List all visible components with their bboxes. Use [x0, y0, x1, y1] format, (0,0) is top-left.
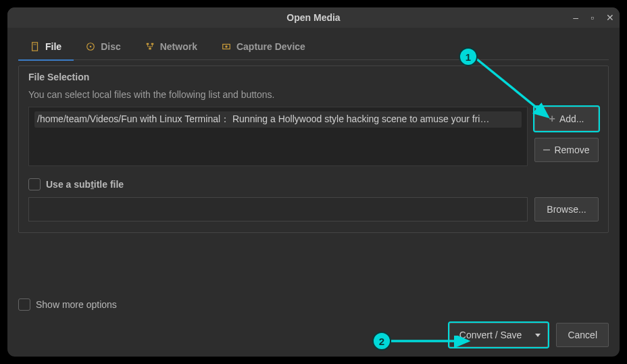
- dialog-footer: Show more options Convert / Save Cancel: [18, 298, 609, 347]
- annotation-badge-2: 2: [372, 332, 391, 350]
- more-options-label: Show more options: [36, 299, 117, 310]
- cancel-button-label: Cancel: [568, 330, 597, 340]
- dialog-content: File Disc Network Capture Device: [7, 33, 620, 242]
- open-media-dialog: Open Media – ▫ ✕ File Disc: [5, 5, 622, 359]
- svg-point-8: [225, 45, 228, 48]
- window-controls: – ▫ ✕: [573, 7, 614, 28]
- remove-button[interactable]: Remove: [534, 138, 599, 162]
- close-icon[interactable]: ✕: [606, 12, 614, 23]
- svg-point-3: [90, 45, 92, 47]
- subtitle-path-input[interactable]: [28, 197, 528, 222]
- remove-button-label: Remove: [554, 145, 589, 155]
- add-button-label: Add...: [559, 113, 584, 124]
- tab-network-label: Network: [160, 41, 197, 52]
- window-title: Open Media: [286, 12, 340, 23]
- file-selection-hint: You can select local files with the foll…: [28, 89, 599, 100]
- svg-rect-4: [146, 43, 149, 45]
- tab-capture-label: Capture Device: [236, 41, 305, 52]
- network-icon: [145, 42, 155, 51]
- titlebar: Open Media – ▫ ✕: [7, 7, 620, 28]
- subtitle-checkbox-label: Use a subtitle file: [46, 179, 124, 190]
- file-list[interactable]: /home/team/Videos/Fun with Linux Termina…: [28, 107, 528, 166]
- tab-file[interactable]: File: [18, 33, 74, 60]
- chevron-down-icon: [535, 334, 541, 337]
- tab-file-label: File: [45, 41, 61, 52]
- cancel-button[interactable]: Cancel: [556, 323, 609, 347]
- disc-icon: [86, 42, 95, 51]
- file-list-item[interactable]: /home/team/Videos/Fun with Linux Termina…: [34, 111, 522, 128]
- svg-rect-1: [33, 44, 36, 45]
- svg-rect-6: [149, 47, 151, 49]
- svg-rect-5: [151, 43, 153, 45]
- tab-disc-label: Disc: [101, 41, 121, 52]
- file-icon: [30, 42, 40, 51]
- capture-icon: [222, 42, 231, 51]
- annotation-badge-1: 1: [459, 47, 478, 66]
- file-selection-group: File Selection You can select local file…: [18, 66, 609, 233]
- tab-network[interactable]: Network: [133, 33, 209, 60]
- source-tabs: File Disc Network Capture Device: [18, 33, 609, 60]
- minimize-icon[interactable]: –: [573, 12, 578, 23]
- convert-save-label: Convert / Save: [459, 330, 522, 340]
- browse-button-label: Browse...: [547, 204, 586, 215]
- convert-save-button[interactable]: Convert / Save: [449, 323, 549, 347]
- minus-icon: [543, 149, 550, 151]
- file-selection-title: File Selection: [28, 72, 599, 82]
- browse-button[interactable]: Browse...: [534, 197, 599, 222]
- maximize-icon[interactable]: ▫: [591, 12, 594, 23]
- svg-rect-0: [32, 42, 38, 50]
- subtitle-checkbox[interactable]: [28, 178, 41, 190]
- tab-capture[interactable]: Capture Device: [209, 33, 318, 60]
- more-options-checkbox[interactable]: [18, 298, 30, 311]
- plus-icon: +: [549, 113, 555, 124]
- tab-disc[interactable]: Disc: [74, 33, 133, 60]
- add-button[interactable]: + Add...: [534, 107, 599, 131]
